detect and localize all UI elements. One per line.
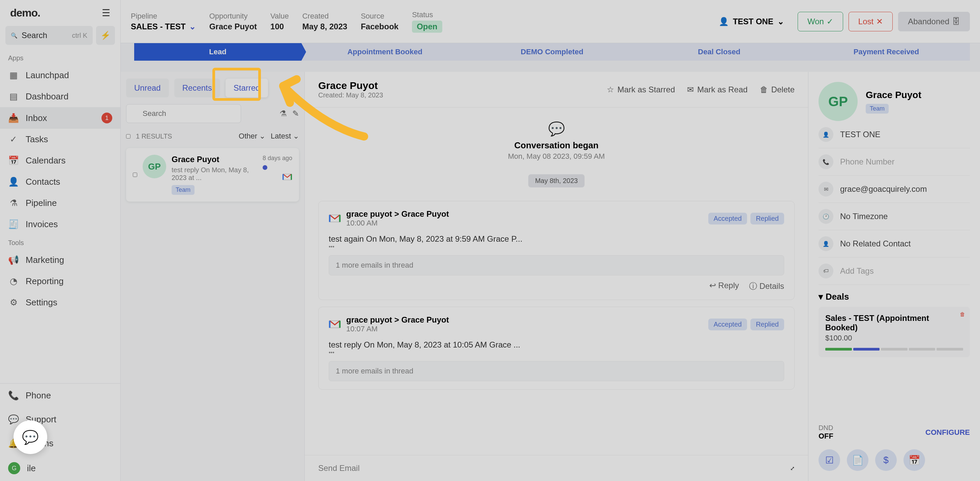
nav-invoices[interactable]: 🧾Invoices: [0, 214, 120, 235]
search-label: Search: [22, 31, 68, 40]
global-search[interactable]: 🔍 Search ctrl K: [5, 26, 93, 45]
timezone-value: No Timezone: [840, 212, 888, 221]
pipeline-selector[interactable]: SALES - TEST ⌄: [131, 22, 196, 31]
more-emails[interactable]: 1 more emails in thread: [329, 255, 784, 275]
deal-title: Sales - TEST (Appointment Booked): [825, 313, 963, 332]
search-icon: 🔍: [11, 32, 18, 39]
stage-demo[interactable]: DEMO Completed: [469, 43, 636, 61]
nav-label: Invoices: [25, 219, 112, 230]
user-icon: 👤: [819, 127, 834, 142]
quick-action-button[interactable]: ⚡: [96, 26, 115, 45]
card-checkbox[interactable]: [133, 155, 137, 195]
phone-icon: 📞: [8, 391, 19, 401]
nav-label: Inbox: [25, 113, 95, 123]
money-icon[interactable]: $: [875, 449, 897, 471]
card-time: 8 days ago: [262, 155, 292, 162]
deals-toggle[interactable]: ▾Deals: [819, 292, 970, 302]
calendar-icon[interactable]: 📅: [904, 449, 925, 471]
stage-lead[interactable]: Lead: [134, 43, 301, 61]
tab-starred[interactable]: Starred: [226, 79, 268, 97]
nav-marketing[interactable]: 📢Marketing: [0, 249, 120, 271]
deal-amount: $100.00: [825, 334, 963, 343]
nav-launchpad[interactable]: ▦Launchpad: [0, 65, 120, 86]
mail-icon: ✉: [819, 182, 834, 197]
more-emails[interactable]: 1 more emails in thread: [329, 361, 784, 381]
phone-value[interactable]: Phone Number: [840, 157, 894, 167]
checklist-icon[interactable]: ☑: [819, 449, 840, 471]
expand-icon[interactable]: ⤢: [790, 465, 795, 471]
status-value: Open: [412, 21, 442, 33]
nav-tasks[interactable]: ✓Tasks: [0, 129, 120, 150]
conversation-card[interactable]: GP Grace Puyot test reply On Mon, May 8,…: [126, 148, 299, 202]
ellipsis[interactable]: •••: [329, 349, 784, 356]
hamburger-icon[interactable]: ☰: [102, 8, 110, 19]
footer-profile[interactable]: Gile: [0, 456, 120, 481]
replied-tag: Replied: [751, 213, 784, 224]
nav-pipeline[interactable]: ⚗Pipeline: [0, 192, 120, 214]
chevron-down-icon: ⌄: [777, 17, 784, 26]
lost-button[interactable]: Lost✕: [848, 12, 892, 31]
nav-reporting[interactable]: ◔Reporting: [0, 271, 120, 292]
mark-starred-button[interactable]: ☆Mark as Starred: [607, 85, 675, 94]
configure-button[interactable]: CONFIGURE: [925, 428, 970, 437]
star-icon: ☆: [607, 85, 614, 94]
nav-settings[interactable]: ⚙Settings: [0, 292, 120, 313]
stage-payment[interactable]: Payment Received: [803, 43, 970, 61]
tag-icon: 🏷: [819, 264, 834, 278]
details-button[interactable]: ⓘ Details: [749, 281, 784, 292]
document-icon[interactable]: 📄: [847, 449, 869, 471]
nav-inbox[interactable]: 📥Inbox1: [0, 107, 120, 129]
contact-panel: GP Grace Puyot Team 👤TEST ONE 📞Phone Num…: [808, 72, 980, 481]
apps-section-label: Apps: [0, 50, 120, 65]
footer-phone[interactable]: 📞Phone: [0, 384, 120, 408]
stage-appointment[interactable]: Appointment Booked: [301, 43, 469, 61]
email-from: grace puyot > Grace Puyot: [346, 210, 449, 219]
nav-dashboard[interactable]: ▤Dashboard: [0, 86, 120, 107]
deal-progress: [825, 348, 963, 351]
trash-icon[interactable]: 🗑: [960, 311, 965, 317]
abandoned-button[interactable]: Abandoned🗄: [898, 12, 970, 31]
tab-recents[interactable]: Recents: [174, 79, 220, 97]
stage-closed[interactable]: Deal Closed: [635, 43, 803, 61]
kbd-shortcut: ctrl K: [72, 32, 88, 40]
gear-icon: ⚙: [8, 297, 19, 308]
pipeline-label: Pipeline: [131, 12, 196, 21]
marketing-icon: 📢: [8, 255, 19, 265]
mark-read-button[interactable]: ✉Mark as Read: [687, 85, 748, 94]
nav-label: Settings: [25, 297, 112, 308]
nav-label: Dashboard: [25, 91, 112, 102]
card-preview: test reply On Mon, May 8, 2023 at ...: [172, 166, 257, 182]
filter-icon[interactable]: ⚗: [280, 109, 287, 118]
trash-icon: 🗑: [760, 85, 768, 94]
owner-selector[interactable]: 👤TEST ONE⌄: [719, 17, 784, 26]
stage-bar: Lead Appointment Booked DEMO Completed D…: [134, 43, 970, 61]
nav-label: Phone: [25, 391, 112, 401]
nav-label: Launchpad: [25, 70, 112, 81]
support-icon: 💬: [8, 414, 19, 425]
gmail-icon: [282, 173, 292, 181]
other-dropdown[interactable]: Other ⌄: [239, 132, 265, 141]
conversation-column: Grace Puyot Created: May 8, 2023 ☆Mark a…: [305, 72, 808, 481]
delete-button[interactable]: 🗑Delete: [760, 85, 795, 94]
nav-contacts[interactable]: 👤Contacts: [0, 171, 120, 192]
send-email-input[interactable]: Send Email: [318, 464, 790, 473]
deal-card[interactable]: Sales - TEST (Appointment Booked) $100.0…: [819, 307, 970, 357]
email-time: 10:00 AM: [346, 219, 449, 227]
won-button[interactable]: Won✓: [798, 12, 843, 31]
select-all-checkbox[interactable]: [126, 134, 130, 138]
replied-tag: Replied: [751, 319, 784, 330]
gmail-icon: [329, 214, 341, 223]
inbox-search-input[interactable]: [126, 104, 241, 123]
status-label: Status: [412, 10, 442, 19]
nav-calendars[interactable]: 📅Calendars: [0, 150, 120, 171]
compose-icon[interactable]: ✎: [292, 109, 299, 118]
reply-button[interactable]: ↩ Reply: [709, 281, 739, 292]
email-value[interactable]: grace@goacquirely.com: [840, 184, 927, 194]
tags-input[interactable]: Add Tags: [840, 266, 874, 276]
ellipsis[interactable]: •••: [329, 244, 784, 250]
tab-unread[interactable]: Unread: [126, 79, 169, 97]
latest-dropdown[interactable]: Latest ⌄: [271, 132, 299, 141]
avatar: GP: [819, 82, 858, 121]
chat-widget[interactable]: 💬: [13, 420, 47, 454]
card-name: Grace Puyot: [172, 155, 257, 164]
